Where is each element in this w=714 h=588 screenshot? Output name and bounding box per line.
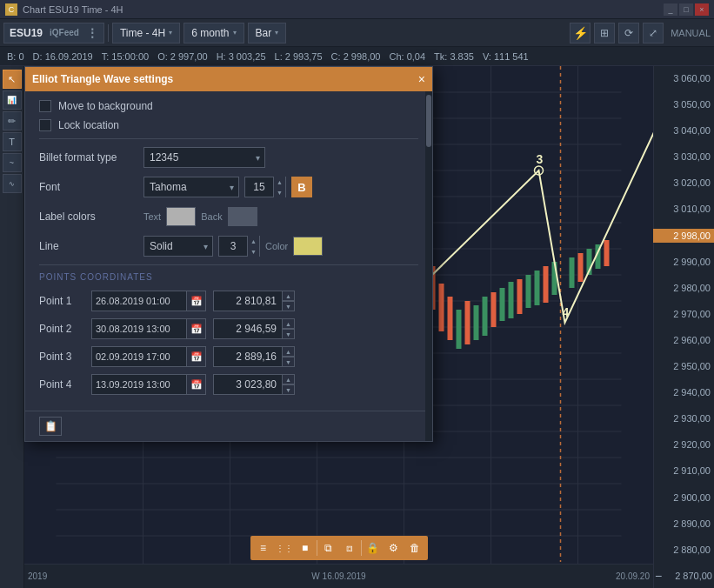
point-2-price-input[interactable] — [213, 318, 283, 339]
dialog-close-button[interactable]: × — [418, 72, 425, 86]
left-tool-panel: ↖ 📊 ✏ T ~ ∿ — [0, 66, 24, 588]
bold-button[interactable]: B — [291, 177, 312, 197]
period-dropdown[interactable]: 6 month ▾ — [184, 23, 244, 43]
point-4-label: Point 4 — [39, 378, 91, 391]
font-size-down[interactable]: ▼ — [273, 187, 285, 197]
text-tool[interactable]: T — [3, 132, 22, 151]
window-controls[interactable]: _ □ × — [664, 3, 709, 16]
fullscreen-btn[interactable]: ⤢ — [643, 23, 664, 43]
point-3-price-wrapper: ▲ ▼ — [213, 346, 295, 367]
point-4-date-input[interactable] — [91, 374, 187, 395]
point-3-price-down[interactable]: ▼ — [283, 357, 295, 367]
font-size-input-wrapper: ▲ ▼ — [244, 177, 286, 197]
ohlc-o: O: 2 997,00 — [157, 51, 208, 62]
ohlc-h: H: 3 003,25 — [217, 51, 266, 62]
point-3-price-input[interactable] — [213, 346, 283, 367]
price-2960: 2 960,00 — [653, 333, 714, 347]
point-3-price-up[interactable]: ▲ — [283, 346, 295, 357]
period-arrow: ▾ — [233, 29, 237, 37]
line-width-down[interactable]: ▼ — [247, 246, 259, 257]
line-style-select[interactable]: Solid Dash Dot — [143, 236, 213, 257]
point-2-price-down[interactable]: ▼ — [283, 329, 295, 339]
billet-format-controls: 12345 1.2345 1,2345 — [143, 147, 418, 168]
lock-location-checkbox[interactable] — [39, 119, 51, 131]
point-4-price-input[interactable] — [213, 374, 283, 395]
point-1-price-down[interactable]: ▼ — [283, 301, 295, 311]
back-color-swatch[interactable] — [228, 207, 257, 226]
price-3010: 3 010,00 — [653, 202, 714, 216]
font-size-input[interactable] — [245, 181, 273, 193]
settings-btn[interactable]: ⚙ — [384, 538, 404, 558]
close-button[interactable]: × — [695, 3, 709, 16]
billet-format-label: Billet format type — [39, 151, 143, 164]
dialog-bottom: 📋 — [25, 411, 432, 441]
point-1-price-input[interactable] — [213, 291, 283, 311]
billet-format-select-wrapper: 12345 1.2345 1,2345 — [143, 147, 265, 168]
link-btn[interactable]: ⧈ — [340, 538, 359, 558]
divider-2 — [39, 264, 418, 265]
svg-rect-44 — [474, 305, 479, 340]
lock-btn[interactable]: 🔒 — [364, 538, 383, 558]
cursor-tool[interactable]: ↖ — [3, 70, 22, 89]
line-width-input[interactable] — [219, 240, 247, 252]
sync-btn[interactable]: ⟳ — [618, 23, 639, 43]
line-color-swatch[interactable] — [293, 237, 323, 256]
fill-btn[interactable]: ■ — [296, 538, 315, 558]
wave-tool[interactable]: ∿ — [3, 174, 22, 193]
move-to-background-checkbox[interactable] — [39, 100, 51, 112]
layouts-btn[interactable]: ⊞ — [594, 23, 615, 43]
point-2-price-up[interactable]: ▲ — [283, 318, 295, 329]
svg-rect-42 — [457, 310, 462, 349]
point-4-price-down[interactable]: ▼ — [283, 384, 295, 395]
fib-tool[interactable]: ~ — [3, 153, 22, 172]
main-area: ↖ 📊 ✏ T ~ ∿ — [0, 66, 714, 588]
point-3-date-input[interactable] — [91, 346, 187, 367]
line-width-up[interactable]: ▲ — [247, 236, 259, 246]
font-select[interactable]: Tahoma Arial Verdana — [143, 177, 239, 197]
timeframe-dropdown[interactable]: Time - 4H ▾ — [112, 23, 180, 43]
settings-dialog: Elliot Triangle Wave settings × Move to … — [24, 66, 433, 442]
chart-tool[interactable]: 📊 — [3, 90, 22, 110]
align-left-btn[interactable]: ≡ — [254, 538, 273, 558]
point-3-cal-button[interactable]: 📅 — [187, 346, 206, 367]
copy-btn[interactable]: ⧉ — [319, 538, 338, 558]
point-1-cal-button[interactable]: 📅 — [187, 291, 206, 311]
main-toolbar: ESU19 iQFeed ⋮ Time - 4H ▾ 6 month ▾ Bar… — [0, 19, 714, 47]
scrollbar-thumb[interactable] — [426, 95, 431, 147]
price-3050: 3 050,00 — [653, 97, 714, 111]
maximize-button[interactable]: □ — [679, 3, 693, 16]
indicators-btn[interactable]: ⚡ — [570, 23, 591, 43]
price-2870: − 2 870,00 — [653, 569, 714, 583]
grid-btn[interactable]: ⋮⋮ — [275, 538, 294, 558]
billet-format-select[interactable]: 12345 1.2345 1,2345 — [143, 147, 265, 168]
point-1-date-input[interactable] — [91, 291, 187, 311]
dialog-scrollbar[interactable] — [425, 91, 432, 441]
point-2-date-input[interactable] — [91, 318, 187, 339]
text-color-swatch[interactable] — [166, 207, 196, 226]
add-point-button[interactable]: 📋 — [39, 417, 62, 436]
price-2880: 2 880,00 — [653, 543, 714, 557]
separator — [108, 24, 109, 42]
point-4-price-up[interactable]: ▲ — [283, 374, 295, 384]
point-4-price-arrows: ▲ ▼ — [283, 374, 295, 395]
point-2-cal-button[interactable]: 📅 — [187, 318, 206, 339]
time-label-1: 2019 — [28, 571, 184, 581]
point-3-row: Point 3 📅 ▲ ▼ — [39, 346, 418, 367]
draw-tool[interactable]: ✏ — [3, 111, 22, 130]
back-color-label: Back — [201, 211, 222, 222]
symbol-selector[interactable]: ESU19 iQFeed ⋮ — [3, 23, 104, 43]
svg-rect-43 — [465, 301, 470, 344]
time-label-3: 20.09.20 — [494, 571, 650, 581]
chart-type-arrow: ▾ — [275, 29, 278, 37]
lock-location-label: Lock location — [58, 119, 119, 131]
points-section-title: POINTS COORDINATES — [39, 272, 418, 282]
point-1-price-up[interactable]: ▲ — [283, 291, 295, 301]
symbol-icon: ⋮ — [86, 26, 98, 40]
minimize-button[interactable]: _ — [664, 3, 677, 16]
chart-type-dropdown[interactable]: Bar ▾ — [248, 23, 287, 43]
line-style-wrapper: Solid Dash Dot — [143, 236, 213, 257]
ohlc-d: D: 16.09.2019 — [33, 51, 93, 62]
delete-btn[interactable]: 🗑 — [405, 538, 424, 558]
point-4-cal-button[interactable]: 📅 — [187, 374, 206, 395]
font-size-up[interactable]: ▲ — [273, 177, 285, 187]
